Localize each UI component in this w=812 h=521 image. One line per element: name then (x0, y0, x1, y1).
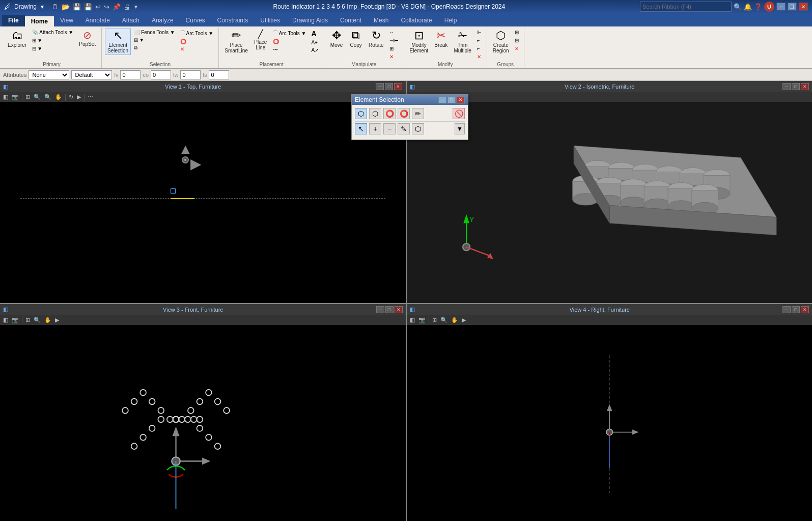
scale-button[interactable]: ↔ (387, 29, 401, 36)
vp1-minimize[interactable]: ─ (376, 83, 384, 90)
vp2-minimize[interactable]: ─ (782, 83, 791, 90)
dialog-tool-invert[interactable]: ✎ (398, 123, 410, 134)
vp3-close[interactable]: ✕ (395, 306, 403, 313)
tab-drawing-aids[interactable]: Drawing Aids (286, 15, 334, 26)
qa-open[interactable]: 📂 (62, 3, 70, 11)
dialog-tool-add[interactable]: + (369, 123, 381, 134)
vp1-more[interactable]: ⋯ (86, 93, 95, 101)
tab-constraints[interactable]: Constraints (211, 15, 255, 26)
trim-multiple-button[interactable]: ✁ TrimMultiple (451, 29, 473, 55)
vp4-fit[interactable]: ⊞ (431, 316, 438, 324)
vp1-view-icon[interactable]: ◧ (2, 93, 10, 101)
manipulate-more-button[interactable]: ✕ (387, 53, 401, 61)
dialog-clear-btn[interactable]: 🚫 (453, 108, 465, 119)
fillet-button[interactable]: ⌐ (475, 37, 484, 44)
raster-tools-button[interactable]: ⊟ ▼ (30, 45, 75, 52)
tab-annotate[interactable]: Annotate (79, 15, 116, 26)
vp3-maximize[interactable]: □ (385, 306, 394, 313)
minimize-button[interactable]: ─ (776, 3, 786, 11)
quick-select-button[interactable]: ⧉ (132, 44, 177, 52)
rotate-button[interactable]: ↻ Rotate (366, 29, 386, 49)
tab-help[interactable]: Help (438, 15, 463, 26)
ungroup-button[interactable]: ⊟ (513, 37, 521, 44)
search-icon[interactable]: 🔍 (734, 3, 742, 11)
viewport-3-canvas[interactable] (0, 325, 406, 522)
popset-button[interactable]: ⊘ PopSet (76, 29, 98, 48)
vp1-pan[interactable]: ✋ (53, 93, 64, 101)
modify-more-button[interactable]: ✕ (475, 53, 484, 61)
dialog-tool-polygon[interactable]: ⭕ (398, 108, 410, 119)
vp4-pan[interactable]: ✋ (450, 316, 460, 324)
dialog-tool-subtract[interactable]: − (383, 123, 396, 134)
vp1-camera[interactable]: 📷 (10, 93, 20, 101)
color-input[interactable] (151, 70, 171, 79)
element-selection-button[interactable]: ↖ ElementSelection (105, 29, 131, 55)
vp4-camera[interactable]: 📷 (417, 316, 427, 324)
drop-button[interactable]: ✕ (513, 45, 521, 52)
vp3-camera[interactable]: 📷 (10, 316, 20, 324)
tab-attach[interactable]: Attach (116, 15, 146, 26)
vp2-maximize[interactable]: □ (792, 83, 800, 90)
level-dropdown[interactable]: None (29, 70, 69, 79)
tab-analyze[interactable]: Analyze (146, 15, 180, 26)
lasso-button[interactable]: ⭕ (178, 38, 216, 45)
tab-home[interactable]: Home (25, 15, 54, 26)
viewport-4-canvas[interactable] (407, 325, 813, 522)
tab-content[interactable]: Content (334, 15, 368, 26)
place-smartline-button[interactable]: ✏ PlaceSmartLine (222, 29, 250, 55)
vp4-zoom[interactable]: 🔍 (439, 316, 449, 324)
dropdown-arrow[interactable]: ▼ (40, 4, 45, 10)
vp4-minimize[interactable]: ─ (782, 306, 791, 313)
color-dropdown[interactable]: Default (71, 70, 112, 79)
vp1-fit[interactable]: ⊞ (24, 93, 32, 101)
dialog-close[interactable]: ✕ (457, 96, 465, 103)
dialog-tool-fence[interactable]: ⬡ (369, 108, 381, 119)
tab-curves[interactable]: Curves (180, 15, 211, 26)
restore-button[interactable]: ❐ (788, 3, 797, 11)
vp3-view-icon[interactable]: ◧ (2, 316, 10, 324)
tab-view[interactable]: View (54, 15, 79, 26)
explorer-button[interactable]: 🗂 Explorer (5, 29, 29, 49)
qa-print[interactable]: 🖨 (124, 3, 130, 11)
qa-save-all[interactable]: 💾 (84, 3, 92, 11)
vp3-zoom[interactable]: 🔍 (32, 316, 42, 324)
vp3-play[interactable]: ▶ (53, 316, 61, 324)
dialog-tool-circle[interactable]: ⭕ (383, 108, 396, 119)
delete-button[interactable]: ✕ (178, 45, 216, 53)
qa-undo[interactable]: ↩ (95, 3, 101, 11)
lineweight-input[interactable] (180, 70, 201, 79)
vp2-close[interactable]: ✕ (801, 83, 809, 90)
qa-help[interactable]: ❓ (754, 3, 762, 11)
dialog-tool-pointer[interactable]: ↖ (355, 123, 367, 134)
tab-mesh[interactable]: Mesh (368, 15, 395, 26)
qa-new[interactable]: 🗒 (52, 3, 59, 11)
user-icon[interactable]: U (764, 2, 774, 12)
place-text-button[interactable]: A (309, 29, 321, 39)
qa-extra1[interactable]: 🔔 (744, 3, 752, 11)
move-button[interactable]: ✥ Move (327, 29, 346, 49)
vp4-close[interactable]: ✕ (801, 306, 809, 313)
vp3-pan[interactable]: ✋ (43, 316, 53, 324)
dialog-tool-select[interactable]: ⬡ (355, 108, 367, 119)
vp1-play[interactable]: ▶ (75, 93, 82, 101)
vp3-minimize[interactable]: ─ (376, 306, 384, 313)
vp4-play[interactable]: ▶ (460, 316, 467, 324)
vp1-maximize[interactable]: □ (385, 83, 393, 90)
extend-button[interactable]: ⊩ (475, 29, 484, 36)
copy-button[interactable]: ⧉ Copy (347, 29, 365, 49)
linestyle-input[interactable] (209, 70, 229, 79)
array-button[interactable]: ⊞ (387, 45, 401, 52)
tab-collaborate[interactable]: Collaborate (395, 15, 438, 26)
chamfer-button[interactable]: ⌐ (475, 45, 484, 52)
arc-placement-button[interactable]: ⌒ Arc Tools ▼ (271, 29, 309, 38)
qa-redo[interactable]: ↪ (104, 3, 109, 11)
selection-set-button[interactable]: ⊞ ▼ (132, 36, 177, 44)
vp4-maximize[interactable]: □ (792, 306, 800, 313)
fence-tools-button[interactable]: ⬜ Fence Tools ▼ (132, 29, 177, 36)
mirror-button[interactable]: ⊣⊢ (387, 37, 401, 44)
qa-pin[interactable]: 📌 (113, 3, 121, 11)
close-button[interactable]: ✕ (799, 3, 808, 11)
ref-tools-button[interactable]: ⊞ ▼ (30, 37, 75, 44)
break-button[interactable]: ✂ Break (432, 29, 450, 49)
vp1-close[interactable]: ✕ (394, 83, 402, 90)
